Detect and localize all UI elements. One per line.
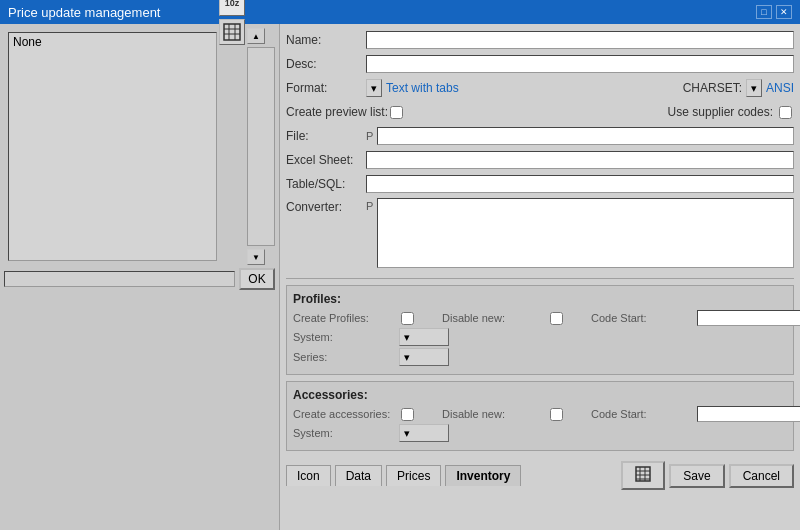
close-button[interactable]: ✕ (776, 5, 792, 19)
title-bar-buttons: □ ✕ (756, 5, 792, 19)
profiles-system-row: System: ▾ (293, 328, 787, 346)
accessories-create-row: Create accessories: Disable new: Code St… (293, 406, 787, 422)
name-label: Name: (286, 33, 366, 47)
charset-value[interactable]: ANSI (766, 81, 794, 95)
create-preview-label: Create preview list: (286, 105, 388, 119)
save-button[interactable]: Save (669, 464, 724, 488)
profiles-label: Profiles: (293, 292, 787, 306)
accessories-label: Accessories: (293, 388, 787, 402)
charset-dropdown[interactable]: ▾ (746, 79, 762, 97)
use-supplier-label: Use supplier codes: (668, 105, 773, 119)
charset-label: CHARSET: (683, 81, 742, 95)
profiles-codestart-label: Code Start: (591, 312, 691, 324)
profiles-system-label: System: (293, 331, 393, 343)
preview-row: Create preview list: Use supplier codes: (286, 102, 794, 122)
profiles-section: Profiles: Create Profiles: Disable new: … (286, 285, 794, 375)
title-text: Price update management (8, 5, 160, 20)
scroll-up-arrow[interactable]: ▲ (247, 28, 265, 44)
file-label: File: (286, 129, 366, 143)
format-row: Format: ▾ Text with tabs CHARSET: ▾ ANSI (286, 78, 794, 98)
profiles-create-label: Create Profiles: (293, 312, 393, 324)
tab-bar: Icon Data Prices Inventory (286, 465, 523, 486)
desc-label: Desc: (286, 57, 366, 71)
accessories-codestart-label: Code Start: (591, 408, 691, 420)
minimize-button[interactable]: □ (756, 5, 772, 19)
file-value: P (366, 130, 373, 142)
file-input[interactable] (377, 127, 794, 145)
action-buttons: Save Cancel (621, 461, 794, 490)
desc-input[interactable] (366, 55, 794, 73)
accessories-system-dropdown[interactable]: ▾ (399, 424, 449, 442)
profiles-codestart-input[interactable] (697, 310, 800, 326)
converter-textarea[interactable] (377, 198, 794, 268)
excel-row: Excel Sheet: (286, 150, 794, 170)
scroll-down-arrow[interactable]: ▼ (247, 249, 265, 265)
profiles-create-row: Create Profiles: Disable new: Code Start… (293, 310, 787, 326)
table-button[interactable] (219, 19, 245, 45)
profiles-series-label: Series: (293, 351, 393, 363)
accessories-create-label: Create accessories: (293, 408, 393, 420)
converter-value: P (366, 198, 373, 212)
excel-input[interactable] (366, 151, 794, 169)
list-area[interactable]: None (8, 32, 217, 261)
format-dropdown[interactable]: ▾ (366, 79, 382, 97)
svg-rect-4 (224, 24, 240, 40)
title-bar: Price update management □ ✕ (0, 0, 800, 24)
file-row: File: P (286, 126, 794, 146)
sql-row: Table/SQL: (286, 174, 794, 194)
accessories-disable-checkbox[interactable] (550, 408, 563, 421)
list-item[interactable]: None (9, 33, 216, 51)
excel-label: Excel Sheet: (286, 153, 366, 167)
sql-input[interactable] (366, 175, 794, 193)
create-preview-checkbox[interactable] (390, 106, 403, 119)
format-label: Format: (286, 81, 366, 95)
profiles-create-checkbox[interactable] (401, 312, 414, 325)
accessories-system-label: System: (293, 427, 393, 439)
right-panel: Name: Desc: Format: ▾ Text with tabs CHA… (280, 24, 800, 530)
sql-label: Table/SQL: (286, 177, 366, 191)
profiles-disable-checkbox[interactable] (550, 312, 563, 325)
converter-label: Converter: (286, 198, 366, 214)
profiles-series-dropdown[interactable]: ▾ (399, 348, 449, 366)
ok-button[interactable]: OK (239, 268, 275, 290)
desc-row: Desc: (286, 54, 794, 74)
converter-row: Converter: P (286, 198, 794, 268)
tab-icon[interactable]: Icon (286, 465, 331, 486)
main-area: None ▲ ▼ + − ≠ 10z (0, 24, 800, 530)
accessories-system-row: System: ▾ (293, 424, 787, 442)
accessories-codestart-input[interactable] (697, 406, 800, 422)
use-supplier-checkbox[interactable] (779, 106, 792, 119)
accessories-create-checkbox[interactable] (401, 408, 414, 421)
accessories-disable-label: Disable new: (442, 408, 542, 420)
bottom-action-bar: Icon Data Prices Inventory Sa (286, 461, 794, 490)
accessories-section: Accessories: Create accessories: Disable… (286, 381, 794, 451)
tab-inventory[interactable]: Inventory (445, 465, 521, 486)
tab-data[interactable]: Data (335, 465, 382, 486)
profiles-series-row: Series: ▾ (293, 348, 787, 366)
name-input[interactable] (366, 31, 794, 49)
profiles-system-dropdown[interactable]: ▾ (399, 328, 449, 346)
profiles-disable-label: Disable new: (442, 312, 542, 324)
format-value[interactable]: Text with tabs (386, 81, 459, 95)
cancel-button[interactable]: Cancel (729, 464, 794, 488)
name-row: Name: (286, 30, 794, 50)
num-button[interactable]: 10z (219, 0, 245, 16)
table-icon-button[interactable] (621, 461, 665, 490)
left-panel: None ▲ ▼ + − ≠ 10z (0, 24, 280, 530)
tab-prices[interactable]: Prices (386, 465, 441, 486)
